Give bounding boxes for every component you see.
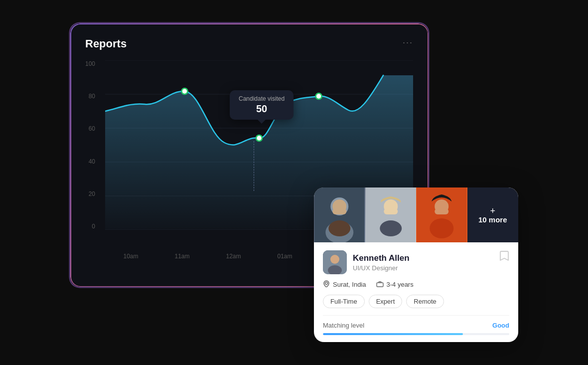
svg-rect-27 bbox=[377, 283, 383, 287]
x-label-11am: 11am bbox=[174, 253, 189, 260]
svg-rect-17 bbox=[384, 208, 398, 214]
chart-tooltip: Candidate visited 50 bbox=[230, 90, 294, 120]
candidate-name-role: Kenneth Allen UI/UX Designer bbox=[353, 253, 410, 272]
svg-point-8 bbox=[316, 93, 322, 99]
y-label-80: 80 bbox=[89, 93, 95, 100]
location-icon bbox=[323, 280, 330, 289]
reports-title: Reports bbox=[85, 37, 127, 50]
matching-section: Matching level Good bbox=[323, 315, 509, 335]
candidate-top: Kenneth Allen UI/UX Designer bbox=[323, 250, 509, 274]
tag-expert[interactable]: Expert bbox=[369, 295, 403, 308]
candidate-more-photos[interactable]: + 10 more bbox=[467, 187, 519, 242]
svg-point-26 bbox=[325, 282, 328, 285]
matching-value: Good bbox=[492, 322, 509, 329]
y-label-20: 20 bbox=[89, 190, 95, 197]
candidate-tags: Full-Time Expert Remote bbox=[323, 295, 509, 308]
more-plus-sign: + bbox=[490, 206, 495, 215]
matching-header: Matching level Good bbox=[323, 322, 509, 329]
candidate-photo-2[interactable] bbox=[365, 187, 417, 242]
svg-point-18 bbox=[380, 220, 402, 236]
candidate-role: UI/UX Designer bbox=[353, 264, 410, 272]
y-label-0: 0 bbox=[92, 223, 95, 230]
candidate-avatar bbox=[323, 250, 347, 274]
more-count-text: 10 more bbox=[478, 215, 507, 224]
scene: Reports ··· 100 80 60 40 20 0 bbox=[70, 23, 518, 342]
candidate-photos: + 10 more bbox=[314, 187, 518, 242]
candidate-card: + 10 more Kenneth Allen bbox=[314, 187, 518, 342]
candidate-name: Kenneth Allen bbox=[353, 253, 410, 263]
y-label-60: 60 bbox=[89, 125, 95, 132]
candidate-photo-1[interactable] bbox=[314, 187, 365, 242]
candidate-location: Surat, India bbox=[323, 280, 366, 289]
svg-point-7 bbox=[256, 135, 262, 141]
svg-point-14 bbox=[328, 220, 350, 236]
location-text: Surat, India bbox=[333, 281, 366, 288]
tag-fulltime[interactable]: Full-Time bbox=[323, 295, 365, 308]
candidate-photo-3[interactable] bbox=[416, 187, 467, 242]
svg-point-22 bbox=[430, 218, 453, 238]
bookmark-button[interactable] bbox=[499, 250, 509, 264]
svg-point-24 bbox=[330, 255, 339, 264]
reports-header: Reports ··· bbox=[85, 37, 413, 50]
tooltip-label: Candidate visited bbox=[239, 95, 285, 102]
candidate-left: Kenneth Allen UI/UX Designer bbox=[323, 250, 410, 274]
matching-bar-background bbox=[323, 333, 509, 335]
matching-bar-fill bbox=[323, 333, 463, 335]
tooltip-line bbox=[254, 141, 254, 191]
svg-rect-13 bbox=[332, 208, 346, 214]
tooltip-value: 50 bbox=[239, 103, 285, 115]
y-axis: 100 80 60 40 20 0 bbox=[85, 60, 100, 230]
x-label-10am: 10am bbox=[123, 253, 138, 260]
y-label-40: 40 bbox=[89, 158, 95, 165]
matching-label: Matching level bbox=[323, 322, 364, 329]
y-label-100: 100 bbox=[85, 60, 95, 67]
more-options-button[interactable]: ··· bbox=[403, 37, 413, 48]
x-label-01am: 01am bbox=[277, 253, 292, 260]
candidate-info: Kenneth Allen UI/UX Designer bbox=[314, 242, 518, 342]
experience-text: 3-4 years bbox=[387, 281, 414, 288]
experience-icon bbox=[376, 281, 384, 289]
tag-remote[interactable]: Remote bbox=[406, 295, 444, 308]
candidate-experience: 3-4 years bbox=[376, 280, 414, 289]
svg-rect-21 bbox=[435, 208, 448, 214]
svg-point-6 bbox=[182, 88, 188, 94]
candidate-details: Surat, India 3-4 years bbox=[323, 280, 509, 289]
x-label-12am: 12am bbox=[226, 253, 241, 260]
